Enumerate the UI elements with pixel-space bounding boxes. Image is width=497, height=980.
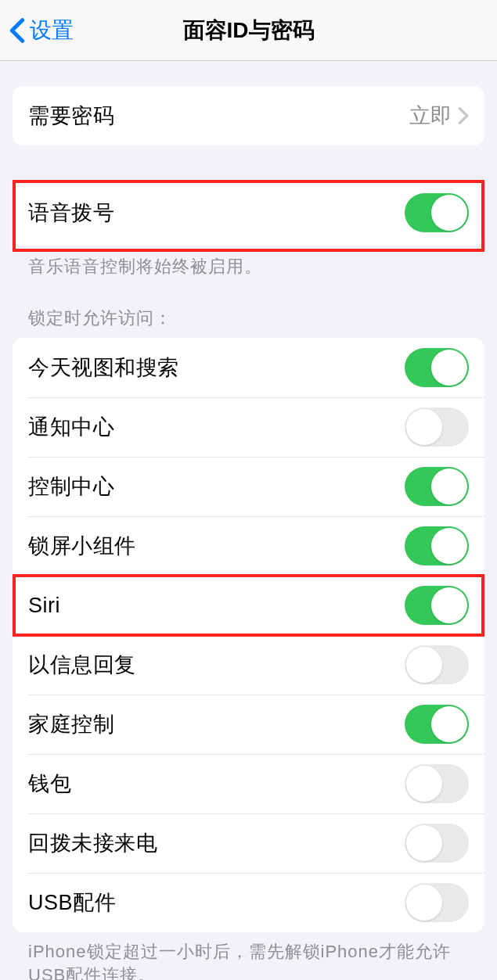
toggle-knob	[431, 468, 467, 504]
back-button[interactable]: 设置	[0, 16, 74, 45]
toggle-knob	[406, 409, 442, 445]
chevron-right-icon	[458, 106, 469, 125]
toggle-knob	[406, 825, 442, 861]
lock-item-label: 今天视图和搜索	[28, 354, 179, 382]
lock-item-toggle[interactable]	[405, 407, 469, 447]
row-lock-item: 回拨未接来电	[13, 813, 484, 873]
row-require-passcode[interactable]: 需要密码 立即	[13, 86, 484, 145]
navbar: 设置 面容ID与密码	[0, 0, 497, 61]
toggle-knob	[431, 195, 467, 231]
lock-item-toggle[interactable]	[405, 586, 469, 625]
row-lock-item: 家庭控制	[13, 695, 484, 754]
row-lock-item: 通知中心	[13, 397, 484, 457]
lock-item-toggle[interactable]	[405, 764, 469, 803]
row-lock-item: 今天视图和搜索	[13, 338, 484, 397]
toggle-knob	[431, 587, 467, 623]
require-passcode-value: 立即	[409, 102, 452, 130]
lock-item-toggle[interactable]	[405, 645, 469, 684]
row-right: 立即	[409, 102, 469, 130]
content: 需要密码 立即 语音拨号 音乐语音控制将始终被启用。 锁定时允许访问： 今天视图…	[0, 86, 497, 980]
group-lock-access: 今天视图和搜索通知中心控制中心锁屏小组件Siri以信息回复家庭控制钱包回拨未接来…	[13, 338, 484, 932]
toggle-knob	[406, 885, 442, 921]
lock-item-label: 以信息回复	[28, 651, 136, 679]
lock-item-label: 控制中心	[28, 472, 114, 501]
back-label: 设置	[30, 16, 74, 45]
row-lock-item: 钱包	[13, 754, 484, 813]
row-lock-item: 控制中心	[13, 457, 484, 516]
group-voice-dial: 语音拨号	[13, 180, 484, 246]
row-lock-item: USB配件	[13, 873, 484, 932]
toggle-knob	[406, 766, 442, 802]
page-title: 面容ID与密码	[183, 16, 315, 45]
voice-dial-toggle[interactable]	[405, 193, 469, 232]
chevron-left-icon	[9, 17, 25, 44]
toggle-knob	[406, 647, 442, 683]
voice-dial-footer: 音乐语音控制将始终被启用。	[28, 255, 469, 278]
row-lock-item: Siri	[13, 576, 484, 635]
voice-dial-label: 语音拨号	[28, 199, 114, 227]
lock-item-toggle[interactable]	[405, 526, 469, 565]
group-passcode: 需要密码 立即	[13, 86, 484, 145]
require-passcode-label: 需要密码	[28, 102, 114, 130]
row-voice-dial: 语音拨号	[13, 180, 484, 246]
lock-item-label: 锁屏小组件	[28, 532, 136, 560]
lock-item-toggle[interactable]	[405, 824, 469, 863]
lock-item-label: 回拨未接来电	[28, 829, 157, 857]
lock-item-label: 钱包	[28, 770, 71, 798]
lock-item-toggle[interactable]	[405, 348, 469, 387]
lock-item-label: 通知中心	[28, 413, 114, 441]
lock-item-label: Siri	[28, 594, 60, 618]
toggle-knob	[431, 706, 467, 742]
row-lock-item: 锁屏小组件	[13, 516, 484, 576]
toggle-knob	[431, 528, 467, 564]
lock-item-toggle[interactable]	[405, 705, 469, 744]
lock-access-footer: iPhone锁定超过一小时后，需先解锁iPhone才能允许USB配件连接。	[28, 940, 469, 980]
toggle-knob	[431, 350, 467, 386]
lock-item-toggle[interactable]	[405, 467, 469, 506]
lock-item-label: USB配件	[28, 888, 116, 917]
lock-item-label: 家庭控制	[28, 710, 114, 738]
lock-item-toggle[interactable]	[405, 883, 469, 922]
row-lock-item: 以信息回复	[13, 635, 484, 695]
lock-access-header: 锁定时允许访问：	[28, 307, 469, 330]
